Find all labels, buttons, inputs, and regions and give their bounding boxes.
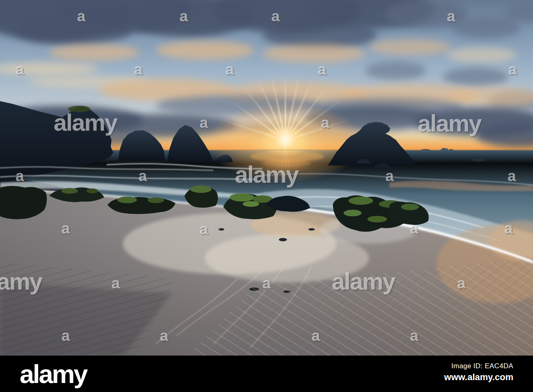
alamy-website-text: www.alamy.com xyxy=(444,372,513,383)
grassy-knoll xyxy=(68,106,90,112)
alamy-logo: alamy xyxy=(20,359,87,389)
coastline-silhouette-graphic xyxy=(0,0,533,356)
sea-reflection-streak xyxy=(390,181,533,191)
right-sea-stack xyxy=(328,122,416,168)
alamy-watermark-bar: alamy Image ID: EAC4DA www.alamy.com xyxy=(0,356,533,392)
distant-rock xyxy=(471,158,486,161)
middle-sea-stacks xyxy=(118,125,233,162)
image-id-text: Image ID: EAC4DA xyxy=(444,362,513,370)
image-meta: Image ID: EAC4DA www.alamy.com xyxy=(444,362,513,383)
sun-path-on-sea xyxy=(263,159,311,167)
left-headland-silhouette xyxy=(0,101,113,194)
beach-sunset-photo: alamyalamyalamyalamyalamyaaaaaaaaaaaaaaa… xyxy=(0,0,533,356)
alamy-stock-photo-page: alamyalamyalamyalamyalamyaaaaaaaaaaaaaaa… xyxy=(0,0,533,392)
